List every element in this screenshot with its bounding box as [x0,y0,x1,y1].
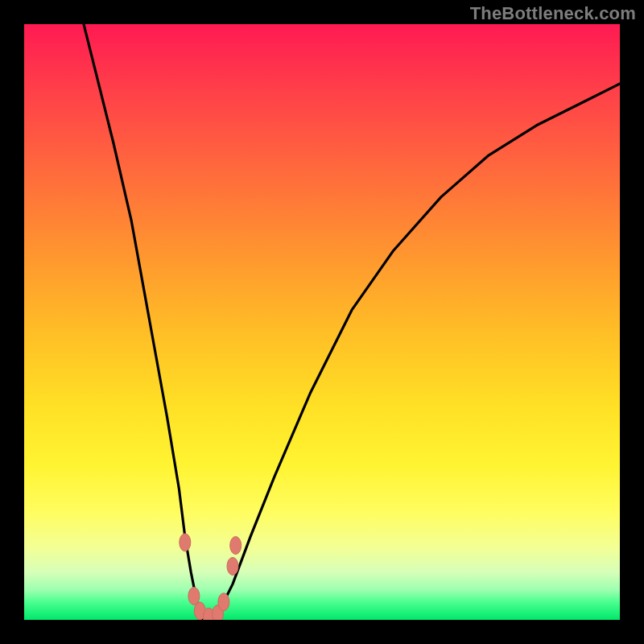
bottleneck-marker [180,534,191,551]
plot-area [24,24,620,620]
bottleneck-marker [227,557,238,575]
bottleneck-marker [218,593,229,611]
frame: TheBottleneck.com [0,0,644,644]
bottleneck-curve [84,24,620,620]
watermark: TheBottleneck.com [470,3,636,24]
bottleneck-marker [230,537,242,555]
bottleneck-curve-svg [24,24,620,620]
